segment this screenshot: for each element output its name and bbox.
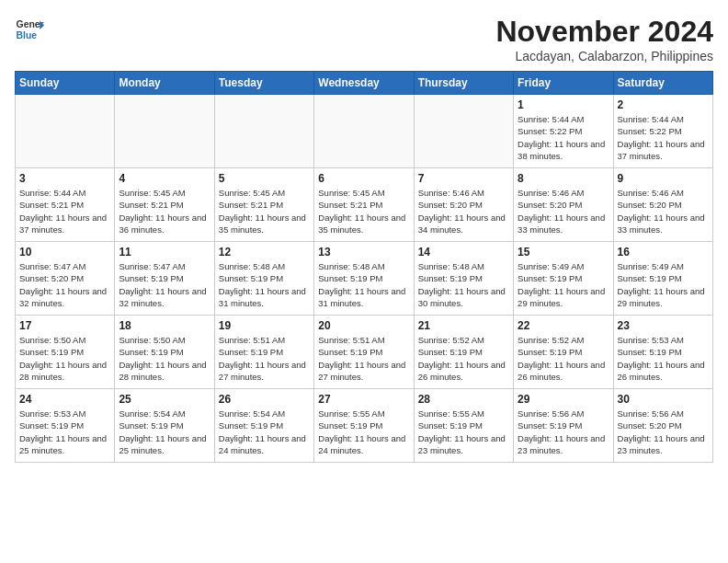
calendar-day-cell: 26Sunrise: 5:54 AM Sunset: 5:19 PM Dayli…	[214, 389, 313, 463]
day-info: Sunrise: 5:49 AM Sunset: 5:19 PM Dayligh…	[518, 260, 609, 309]
day-number: 5	[219, 172, 310, 185]
calendar-day-cell: 14Sunrise: 5:48 AM Sunset: 5:19 PM Dayli…	[414, 242, 513, 316]
calendar-day-cell: 11Sunrise: 5:47 AM Sunset: 5:19 PM Dayli…	[115, 242, 214, 316]
calendar-day-cell: 18Sunrise: 5:50 AM Sunset: 5:19 PM Dayli…	[115, 316, 214, 389]
calendar-day-cell: 8Sunrise: 5:46 AM Sunset: 5:20 PM Daylig…	[514, 168, 613, 242]
day-number: 25	[119, 393, 210, 406]
day-number: 8	[518, 172, 609, 185]
day-info: Sunrise: 5:53 AM Sunset: 5:19 PM Dayligh…	[19, 408, 110, 456]
calendar-day-cell: 29Sunrise: 5:56 AM Sunset: 5:19 PM Dayli…	[514, 389, 613, 463]
calendar-body: 1Sunrise: 5:44 AM Sunset: 5:22 PM Daylig…	[16, 95, 713, 463]
calendar-week-row: 17Sunrise: 5:50 AM Sunset: 5:19 PM Dayli…	[16, 316, 713, 389]
calendar-day-cell: 2Sunrise: 5:44 AM Sunset: 5:22 PM Daylig…	[613, 95, 712, 168]
day-info: Sunrise: 5:49 AM Sunset: 5:19 PM Dayligh…	[618, 260, 709, 309]
day-info: Sunrise: 5:45 AM Sunset: 5:21 PM Dayligh…	[318, 187, 409, 236]
day-number: 16	[618, 246, 709, 259]
day-number: 20	[318, 319, 409, 332]
day-info: Sunrise: 5:50 AM Sunset: 5:19 PM Dayligh…	[119, 334, 210, 383]
calendar-day-cell: 28Sunrise: 5:55 AM Sunset: 5:19 PM Dayli…	[414, 389, 513, 463]
day-info: Sunrise: 5:55 AM Sunset: 5:19 PM Dayligh…	[318, 408, 409, 456]
day-number: 23	[618, 319, 709, 332]
calendar-day-cell: 20Sunrise: 5:51 AM Sunset: 5:19 PM Dayli…	[314, 316, 414, 389]
day-info: Sunrise: 5:48 AM Sunset: 5:19 PM Dayligh…	[418, 260, 509, 309]
calendar-day-cell: 23Sunrise: 5:53 AM Sunset: 5:19 PM Dayli…	[613, 316, 712, 389]
weekday-header-cell: Monday	[115, 72, 214, 95]
day-info: Sunrise: 5:56 AM Sunset: 5:20 PM Dayligh…	[618, 408, 709, 456]
day-number: 18	[119, 319, 210, 332]
weekday-header-cell: Tuesday	[214, 72, 313, 95]
day-number: 14	[418, 246, 509, 259]
day-number: 4	[119, 172, 210, 185]
day-info: Sunrise: 5:51 AM Sunset: 5:19 PM Dayligh…	[318, 334, 409, 383]
day-info: Sunrise: 5:52 AM Sunset: 5:19 PM Dayligh…	[518, 334, 609, 383]
calendar-day-cell	[115, 95, 214, 168]
calendar-day-cell: 27Sunrise: 5:55 AM Sunset: 5:19 PM Dayli…	[314, 389, 414, 463]
day-info: Sunrise: 5:45 AM Sunset: 5:21 PM Dayligh…	[119, 187, 210, 236]
calendar-day-cell: 21Sunrise: 5:52 AM Sunset: 5:19 PM Dayli…	[414, 316, 513, 389]
calendar-day-cell: 6Sunrise: 5:45 AM Sunset: 5:21 PM Daylig…	[314, 168, 414, 242]
day-number: 22	[518, 319, 609, 332]
weekday-header-cell: Saturday	[613, 72, 712, 95]
day-number: 24	[19, 393, 110, 406]
calendar-day-cell: 5Sunrise: 5:45 AM Sunset: 5:21 PM Daylig…	[214, 168, 313, 242]
calendar-day-cell: 17Sunrise: 5:50 AM Sunset: 5:19 PM Dayli…	[16, 316, 115, 389]
day-info: Sunrise: 5:46 AM Sunset: 5:20 PM Dayligh…	[418, 187, 509, 236]
day-number: 2	[618, 98, 709, 111]
day-info: Sunrise: 5:55 AM Sunset: 5:19 PM Dayligh…	[418, 408, 509, 456]
day-number: 29	[518, 393, 609, 406]
day-info: Sunrise: 5:53 AM Sunset: 5:19 PM Dayligh…	[618, 334, 709, 383]
calendar-day-cell: 24Sunrise: 5:53 AM Sunset: 5:19 PM Dayli…	[16, 389, 115, 463]
calendar-day-cell: 10Sunrise: 5:47 AM Sunset: 5:20 PM Dayli…	[16, 242, 115, 316]
logo-icon: General Blue	[15, 15, 44, 44]
calendar-week-row: 3Sunrise: 5:44 AM Sunset: 5:21 PM Daylig…	[16, 168, 713, 242]
logo: General Blue	[15, 15, 44, 44]
day-info: Sunrise: 5:48 AM Sunset: 5:19 PM Dayligh…	[318, 260, 409, 309]
calendar-week-row: 10Sunrise: 5:47 AM Sunset: 5:20 PM Dayli…	[16, 242, 713, 316]
day-number: 11	[119, 246, 210, 259]
day-number: 6	[318, 172, 409, 185]
calendar-day-cell	[16, 95, 115, 168]
day-number: 1	[518, 98, 609, 111]
calendar-day-cell: 4Sunrise: 5:45 AM Sunset: 5:21 PM Daylig…	[115, 168, 214, 242]
svg-text:Blue: Blue	[17, 30, 38, 40]
calendar-day-cell: 15Sunrise: 5:49 AM Sunset: 5:19 PM Dayli…	[514, 242, 613, 316]
day-number: 17	[19, 319, 110, 332]
day-number: 12	[219, 246, 310, 259]
calendar-day-cell: 3Sunrise: 5:44 AM Sunset: 5:21 PM Daylig…	[16, 168, 115, 242]
day-number: 13	[318, 246, 409, 259]
calendar-day-cell	[314, 95, 414, 168]
day-info: Sunrise: 5:45 AM Sunset: 5:21 PM Dayligh…	[219, 187, 310, 236]
day-info: Sunrise: 5:54 AM Sunset: 5:19 PM Dayligh…	[219, 408, 310, 456]
calendar-week-row: 24Sunrise: 5:53 AM Sunset: 5:19 PM Dayli…	[16, 389, 713, 463]
day-number: 28	[418, 393, 509, 406]
day-info: Sunrise: 5:52 AM Sunset: 5:19 PM Dayligh…	[418, 334, 509, 383]
day-info: Sunrise: 5:50 AM Sunset: 5:19 PM Dayligh…	[19, 334, 110, 383]
day-info: Sunrise: 5:47 AM Sunset: 5:19 PM Dayligh…	[119, 260, 210, 309]
day-number: 7	[418, 172, 509, 185]
day-info: Sunrise: 5:46 AM Sunset: 5:20 PM Dayligh…	[518, 187, 609, 236]
calendar-day-cell	[214, 95, 313, 168]
weekday-header-cell: Friday	[514, 72, 613, 95]
day-number: 3	[19, 172, 110, 185]
calendar-day-cell: 12Sunrise: 5:48 AM Sunset: 5:19 PM Dayli…	[214, 242, 313, 316]
day-number: 15	[518, 246, 609, 259]
day-info: Sunrise: 5:44 AM Sunset: 5:21 PM Dayligh…	[19, 187, 110, 236]
calendar-week-row: 1Sunrise: 5:44 AM Sunset: 5:22 PM Daylig…	[16, 95, 713, 168]
day-number: 9	[618, 172, 709, 185]
day-info: Sunrise: 5:51 AM Sunset: 5:19 PM Dayligh…	[219, 334, 310, 383]
calendar-day-cell: 13Sunrise: 5:48 AM Sunset: 5:19 PM Dayli…	[314, 242, 414, 316]
day-number: 27	[318, 393, 409, 406]
location: Lacdayan, Calabarzon, Philippines	[495, 49, 713, 63]
day-number: 10	[19, 246, 110, 259]
calendar-day-cell: 30Sunrise: 5:56 AM Sunset: 5:20 PM Dayli…	[613, 389, 712, 463]
weekday-header-cell: Thursday	[414, 72, 513, 95]
day-number: 30	[618, 393, 709, 406]
weekday-header-row: SundayMondayTuesdayWednesdayThursdayFrid…	[16, 72, 713, 95]
weekday-header-cell: Sunday	[16, 72, 115, 95]
calendar-day-cell	[414, 95, 513, 168]
calendar-day-cell: 25Sunrise: 5:54 AM Sunset: 5:19 PM Dayli…	[115, 389, 214, 463]
day-number: 19	[219, 319, 310, 332]
day-info: Sunrise: 5:44 AM Sunset: 5:22 PM Dayligh…	[518, 113, 609, 162]
day-info: Sunrise: 5:56 AM Sunset: 5:19 PM Dayligh…	[518, 408, 609, 456]
month-title: November 2024	[495, 15, 713, 49]
